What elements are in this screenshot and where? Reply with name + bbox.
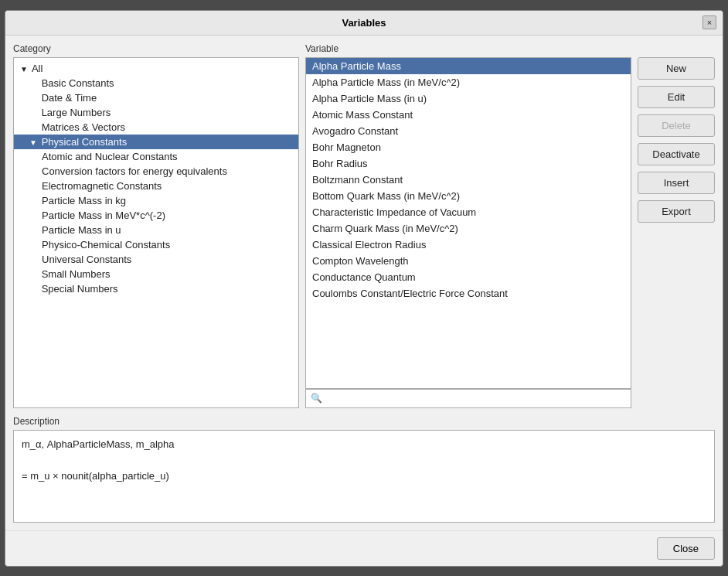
title-close-button[interactable]: × xyxy=(702,15,716,29)
arrow-basic xyxy=(29,80,39,88)
action-panel: New Edit Delete Deactivate Insert Export xyxy=(638,43,715,408)
label-atomic-nuclear: Atomic and Nuclear Constants xyxy=(42,151,178,162)
description-line1: m_α, AlphaParticleMass, m_alpha xyxy=(22,437,706,453)
search-icon: 🔍 xyxy=(311,393,322,404)
category-item-date-time[interactable]: Date & Time xyxy=(14,90,298,105)
category-item-universal-constants[interactable]: Universal Constants xyxy=(14,252,298,267)
var-item-compton[interactable]: Compton Wavelength xyxy=(306,253,631,269)
category-item-large-numbers[interactable]: Large Numbers xyxy=(14,105,298,120)
arrow-all: ▼ xyxy=(20,65,29,73)
category-item-particle-mass-u[interactable]: Particle Mass in u xyxy=(14,223,298,237)
var-item-boltzmann[interactable]: Boltzmann Constant xyxy=(306,172,631,188)
category-item-electromagnetic[interactable]: Electromagnetic Constants xyxy=(14,179,298,193)
category-item-atomic-nuclear[interactable]: Atomic and Nuclear Constants xyxy=(14,149,298,164)
label-conversion-factors: Conversion factors for energy equivalent… xyxy=(42,165,227,177)
edit-button[interactable]: Edit xyxy=(638,86,715,108)
title-bar: Variables × xyxy=(5,11,723,36)
var-item-alpha-u[interactable]: Alpha Particle Mass (in u) xyxy=(306,90,631,107)
delete-button[interactable]: Delete xyxy=(638,114,715,137)
var-item-bohr-radius[interactable]: Bohr Radius xyxy=(306,155,631,172)
label-particle-mass-mev: Particle Mass in MeV*c^(-2) xyxy=(42,210,165,221)
variables-dialog: Variables × Category ▼ All Basic Constan… xyxy=(5,10,723,567)
category-tree: ▼ All Basic Constants Date & Time Large xyxy=(13,57,299,408)
label-particle-mass-kg: Particle Mass in kg xyxy=(42,195,126,206)
var-item-alpha-particle-mass[interactable]: Alpha Particle Mass xyxy=(306,58,631,74)
description-box: m_α, AlphaParticleMass, m_alpha = m_u × … xyxy=(13,430,715,523)
label-electromagnetic: Electromagnetic Constants xyxy=(42,180,162,192)
var-item-bottom-quark[interactable]: Bottom Quark Mass (in MeV/c^2) xyxy=(306,188,631,204)
description-line3: = m_u × nounit(alpha_particle_u) xyxy=(22,469,706,485)
category-item-particle-mass-kg[interactable]: Particle Mass in kg xyxy=(14,193,298,208)
category-item-conversion-factors[interactable]: Conversion factors for energy equivalent… xyxy=(14,164,298,179)
category-item-particle-mass-mev[interactable]: Particle Mass in MeV*c^(-2) xyxy=(14,208,298,223)
label-particle-mass-u: Particle Mass in u xyxy=(42,224,121,236)
label-small-numbers: Small Numbers xyxy=(42,268,111,280)
category-item-all[interactable]: ▼ All xyxy=(14,61,298,76)
category-item-special-numbers[interactable]: Special Numbers xyxy=(14,281,298,296)
var-item-classical-electron[interactable]: Classical Electron Radius xyxy=(306,237,631,253)
main-content: Category ▼ All Basic Constants Date & Ti… xyxy=(5,36,723,416)
search-box: 🔍 xyxy=(305,389,631,408)
bottom-bar: Close xyxy=(5,530,723,566)
label-date-time: Date & Time xyxy=(42,92,97,104)
label-basic-constants: Basic Constants xyxy=(42,77,114,89)
label-all: All xyxy=(32,63,43,74)
label-special-numbers: Special Numbers xyxy=(42,283,118,295)
search-input[interactable] xyxy=(325,393,626,404)
export-button[interactable]: Export xyxy=(638,200,715,223)
dialog-title: Variables xyxy=(342,17,386,29)
var-item-avogadro[interactable]: Avogadro Constant xyxy=(306,123,631,139)
deactivate-button[interactable]: Deactivate xyxy=(638,143,715,165)
label-large-numbers: Large Numbers xyxy=(42,107,111,118)
var-item-conductance-quantum[interactable]: Conductance Quantum xyxy=(306,269,631,285)
category-item-small-numbers[interactable]: Small Numbers xyxy=(14,267,298,281)
description-line2 xyxy=(22,452,706,469)
category-item-physical-constants[interactable]: ▼ Physical Constants xyxy=(14,135,298,149)
label-physical-constants: Physical Constants xyxy=(42,136,128,148)
label-universal-constants: Universal Constants xyxy=(42,254,131,265)
var-item-alpha-mev[interactable]: Alpha Particle Mass (in MeV/c^2) xyxy=(306,74,631,90)
category-item-matrices-vectors[interactable]: Matrices & Vectors xyxy=(14,120,298,135)
label-physico-chemical: Physico-Chemical Constants xyxy=(42,239,170,251)
var-item-coulombs[interactable]: Coulombs Constant/Electric Force Constan… xyxy=(306,285,631,302)
category-label: Category xyxy=(13,43,299,54)
var-item-characteristic-impedance[interactable]: Characteristic Impedance of Vacuum xyxy=(306,204,631,220)
var-item-bohr-magneton[interactable]: Bohr Magneton xyxy=(306,139,631,155)
variable-list: Alpha Particle Mass Alpha Particle Mass … xyxy=(305,57,631,389)
label-matrices-vectors: Matrices & Vectors xyxy=(42,121,125,133)
new-button[interactable]: New xyxy=(638,57,715,80)
var-item-charm-quark[interactable]: Charm Quark Mass (in MeV/c^2) xyxy=(306,220,631,237)
description-label: Description xyxy=(13,416,715,427)
close-dialog-button[interactable]: Close xyxy=(657,537,715,560)
category-item-physico-chemical[interactable]: Physico-Chemical Constants xyxy=(14,237,298,252)
var-item-atomic-mass-constant[interactable]: Atomic Mass Constant xyxy=(306,107,631,123)
variable-label: Variable xyxy=(305,43,631,54)
category-panel: Category ▼ All Basic Constants Date & Ti… xyxy=(13,43,299,408)
insert-button[interactable]: Insert xyxy=(638,172,715,194)
variable-panel: Variable Alpha Particle Mass Alpha Parti… xyxy=(305,43,631,408)
description-section: Description m_α, AlphaParticleMass, m_al… xyxy=(5,416,723,530)
category-item-basic-constants[interactable]: Basic Constants xyxy=(14,76,298,90)
